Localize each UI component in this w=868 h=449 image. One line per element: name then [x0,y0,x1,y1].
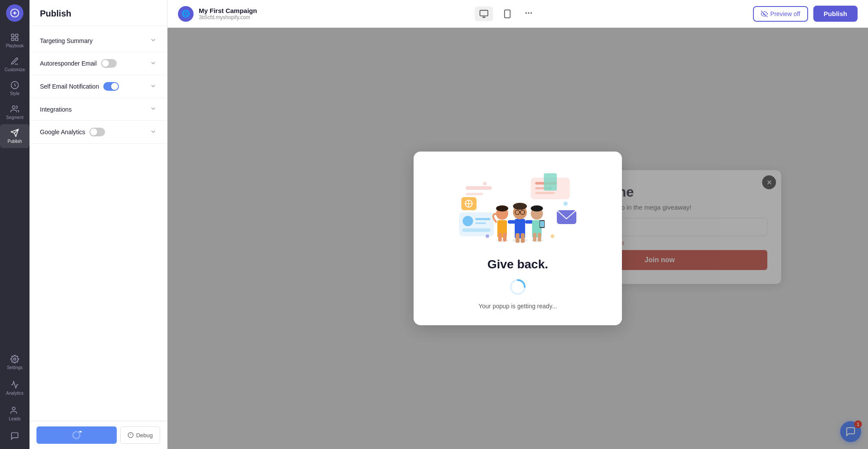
modal-title: Give back. [487,258,548,271]
self-email-notification-label: Self Email Notification [40,83,99,90]
svg-rect-53 [498,233,502,241]
svg-rect-2 [16,34,18,37]
debug-button[interactable]: Debug [120,426,160,444]
chevron-down-icon [150,128,157,136]
nav-bottom-section: Settings Analytics Leads [3,350,26,449]
modal-status-text: Your popup is getting ready... [479,303,557,310]
svg-point-20 [530,12,532,13]
google-analytics-label: Google Analytics [40,129,85,135]
loading-button[interactable] [36,426,117,444]
loading-spinner [509,278,526,296]
top-bar: 🌐 My First Campaign 3b5cfd.myshopify.com [168,0,868,28]
svg-point-29 [463,216,473,226]
svg-rect-42 [516,233,519,243]
app-logo[interactable] [6,4,23,22]
sidebar-bottom-actions: Debug [30,421,167,449]
svg-point-62 [531,205,543,211]
svg-point-40 [512,238,528,243]
more-options-button[interactable] [522,6,536,21]
autoresponder-email-header[interactable]: Autoresponder Email [30,52,167,75]
campaign-globe-icon: 🌐 [178,6,194,22]
preview-label: Preview off [770,10,800,17]
sidebar-item-customize[interactable]: Customize [0,53,30,76]
campaign-info: 🌐 My First Campaign 3b5cfd.myshopify.com [178,6,257,22]
integrations-label: Integrations [40,106,72,113]
sidebar-item-style[interactable]: Style [0,76,30,100]
debug-label: Debug [136,432,153,439]
toolbar-actions: Preview off Publish [753,6,858,22]
targeting-summary-header[interactable]: Targeting Summary [30,30,167,52]
svg-point-45 [513,203,527,210]
sidebar-item-playbook[interactable]: Playbook [0,29,30,53]
integrations-header[interactable]: Integrations [30,98,167,120]
svg-rect-43 [521,233,525,243]
svg-rect-64 [540,221,544,227]
svg-rect-1 [12,34,14,37]
chevron-down-icon [150,36,157,45]
svg-rect-54 [503,233,506,241]
publish-loading-modal: Give back. Your popup is getting ready..… [414,152,622,325]
left-navigation: Playbook Customize Style Segment Publish [0,0,30,449]
svg-point-6 [12,106,15,109]
autoresponder-email-section: Autoresponder Email [30,52,167,75]
canvas-area: ✕ veaway time mit your email address to … [168,28,868,449]
svg-rect-27 [535,192,555,194]
svg-point-18 [525,12,526,13]
svg-rect-13 [480,10,487,16]
chevron-down-icon [150,105,157,113]
svg-point-8 [12,407,15,410]
svg-rect-68 [483,182,487,185]
sidebar-item-leads[interactable]: Leads [3,402,26,426]
svg-point-66 [551,234,554,238]
chevron-down-icon [150,59,157,68]
self-email-notification-toggle[interactable] [103,82,119,91]
targeting-summary-section: Targeting Summary [30,30,167,52]
svg-rect-32 [462,228,490,232]
svg-point-65 [486,234,489,238]
svg-point-56 [496,205,508,211]
campaign-name: My First Campaign [199,7,257,14]
chevron-down-icon [150,83,157,91]
autoresponder-email-toggle[interactable] [101,59,117,68]
google-analytics-toggle[interactable] [89,128,105,136]
svg-rect-3 [12,38,14,41]
sidebar-item-segment[interactable]: Segment [0,100,30,124]
integrations-section: Integrations [30,98,167,121]
campaign-url: 3b5cfd.myshopify.com [199,14,257,20]
svg-point-9 [73,432,80,439]
sidebar-item-settings[interactable]: Settings [3,350,26,374]
publish-sidebar: Publish Targeting Summary Autoresponder … [30,0,168,449]
desktop-view-button[interactable] [475,7,493,21]
sidebar-item-analytics[interactable]: Analytics [3,376,26,400]
svg-rect-31 [475,222,486,224]
targeting-summary-label: Targeting Summary [40,37,92,44]
google-analytics-section: Google Analytics [30,121,167,144]
svg-rect-49 [508,220,516,224]
google-analytics-header[interactable]: Google Analytics [30,121,167,143]
mobile-view-button[interactable] [498,7,516,21]
svg-point-67 [563,201,568,206]
publish-button[interactable]: Publish [813,6,858,22]
svg-rect-59 [533,233,536,241]
svg-point-7 [13,358,16,360]
chat-support-button[interactable] [3,427,26,445]
svg-rect-60 [538,233,541,241]
svg-point-19 [528,12,529,13]
campaign-details: My First Campaign 3b5cfd.myshopify.com [199,7,257,20]
svg-point-34 [549,187,552,190]
autoresponder-email-label: Autoresponder Email [40,60,97,67]
svg-rect-4 [16,38,18,41]
svg-rect-22 [466,186,492,190]
publish-label: Publish [824,10,847,17]
svg-rect-50 [525,220,533,224]
sidebar-title: Publish [30,0,167,26]
device-toolbar [475,6,536,21]
sidebar-item-publish[interactable]: Publish [0,124,30,148]
self-email-notification-section: Self Email Notification [30,75,167,98]
self-email-notification-header[interactable]: Self Email Notification [30,75,167,98]
preview-button[interactable]: Preview off [753,6,808,22]
sidebar-sections: Targeting Summary Autoresponder Email [30,26,167,421]
svg-rect-30 [475,218,490,220]
main-content-area: 🌐 My First Campaign 3b5cfd.myshopify.com [168,0,868,449]
modal-illustration [453,169,583,247]
